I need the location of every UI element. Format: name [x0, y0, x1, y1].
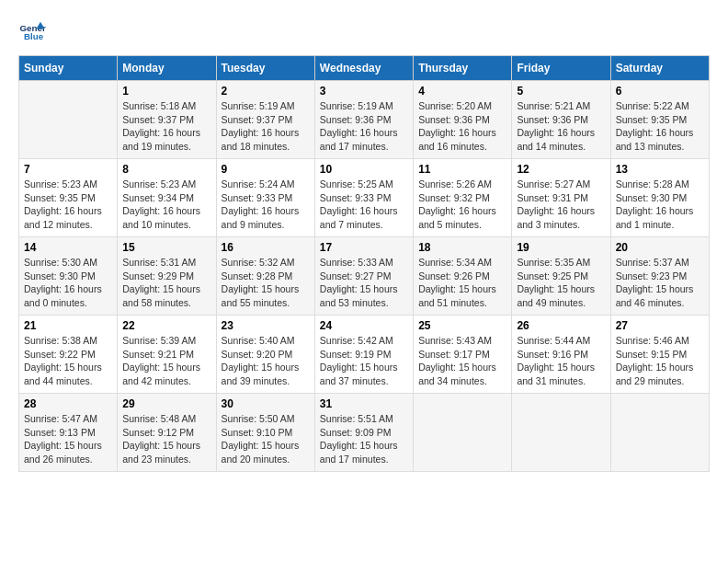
day-number: 12 — [517, 163, 605, 176]
calendar-cell — [610, 394, 709, 472]
day-info: Sunrise: 5:22 AM Sunset: 9:35 PM Dayligh… — [616, 99, 704, 154]
calendar-cell: 20Sunrise: 5:37 AM Sunset: 9:23 PM Dayli… — [610, 237, 709, 316]
day-info: Sunrise: 5:47 AM Sunset: 9:13 PM Dayligh… — [24, 412, 112, 466]
day-number: 8 — [122, 163, 210, 176]
week-row-1: 1Sunrise: 5:18 AM Sunset: 9:37 PM Daylig… — [19, 81, 710, 159]
week-row-2: 7Sunrise: 5:23 AM Sunset: 9:35 PM Daylig… — [19, 159, 710, 237]
day-info: Sunrise: 5:51 AM Sunset: 9:09 PM Dayligh… — [320, 412, 408, 466]
day-info: Sunrise: 5:31 AM Sunset: 9:29 PM Dayligh… — [122, 256, 210, 310]
calendar-cell: 10Sunrise: 5:25 AM Sunset: 9:33 PM Dayli… — [314, 159, 413, 237]
day-info: Sunrise: 5:26 AM Sunset: 9:32 PM Dayligh… — [418, 178, 506, 232]
day-number: 23 — [222, 319, 310, 332]
day-info: Sunrise: 5:21 AM Sunset: 9:36 PM Dayligh… — [517, 99, 605, 154]
calendar-cell: 23Sunrise: 5:40 AM Sunset: 9:20 PM Dayli… — [216, 316, 314, 394]
calendar-cell: 4Sunrise: 5:20 AM Sunset: 9:36 PM Daylig… — [414, 81, 512, 159]
day-info: Sunrise: 5:40 AM Sunset: 9:20 PM Dayligh… — [222, 334, 310, 388]
day-number: 7 — [24, 163, 112, 176]
day-number: 26 — [517, 319, 605, 332]
calendar-cell: 18Sunrise: 5:34 AM Sunset: 9:26 PM Dayli… — [414, 237, 512, 316]
day-number: 17 — [320, 241, 408, 254]
calendar-cell: 1Sunrise: 5:18 AM Sunset: 9:37 PM Daylig… — [118, 81, 216, 159]
day-number: 19 — [517, 241, 605, 254]
day-info: Sunrise: 5:18 AM Sunset: 9:37 PM Dayligh… — [122, 99, 210, 154]
day-info: Sunrise: 5:43 AM Sunset: 9:17 PM Dayligh… — [418, 334, 506, 388]
calendar-cell: 5Sunrise: 5:21 AM Sunset: 9:36 PM Daylig… — [512, 81, 610, 159]
day-number: 29 — [122, 397, 210, 410]
calendar-cell: 30Sunrise: 5:50 AM Sunset: 9:10 PM Dayli… — [216, 394, 314, 472]
week-row-4: 21Sunrise: 5:38 AM Sunset: 9:22 PM Dayli… — [19, 316, 710, 394]
calendar-cell: 25Sunrise: 5:43 AM Sunset: 9:17 PM Dayli… — [414, 316, 512, 394]
calendar-cell: 14Sunrise: 5:30 AM Sunset: 9:30 PM Dayli… — [19, 237, 118, 316]
calendar-cell: 7Sunrise: 5:23 AM Sunset: 9:35 PM Daylig… — [19, 159, 118, 237]
day-number: 15 — [122, 241, 210, 254]
page-header: General Blue — [18, 18, 710, 46]
calendar-cell: 8Sunrise: 5:23 AM Sunset: 9:34 PM Daylig… — [118, 159, 216, 237]
day-info: Sunrise: 5:38 AM Sunset: 9:22 PM Dayligh… — [24, 334, 112, 388]
day-info: Sunrise: 5:19 AM Sunset: 9:36 PM Dayligh… — [320, 99, 408, 154]
day-info: Sunrise: 5:33 AM Sunset: 9:27 PM Dayligh… — [320, 256, 408, 310]
day-number: 6 — [616, 85, 704, 98]
day-number: 1 — [122, 85, 210, 98]
calendar-cell: 27Sunrise: 5:46 AM Sunset: 9:15 PM Dayli… — [610, 316, 709, 394]
calendar-cell: 13Sunrise: 5:28 AM Sunset: 9:30 PM Dayli… — [610, 159, 709, 237]
calendar-cell: 22Sunrise: 5:39 AM Sunset: 9:21 PM Dayli… — [118, 316, 216, 394]
week-row-3: 14Sunrise: 5:30 AM Sunset: 9:30 PM Dayli… — [19, 237, 710, 316]
day-info: Sunrise: 5:27 AM Sunset: 9:31 PM Dayligh… — [517, 178, 605, 232]
calendar-cell: 21Sunrise: 5:38 AM Sunset: 9:22 PM Dayli… — [19, 316, 118, 394]
week-row-5: 28Sunrise: 5:47 AM Sunset: 9:13 PM Dayli… — [19, 394, 710, 472]
calendar-cell: 24Sunrise: 5:42 AM Sunset: 9:19 PM Dayli… — [314, 316, 413, 394]
day-info: Sunrise: 5:25 AM Sunset: 9:33 PM Dayligh… — [320, 178, 408, 232]
calendar-cell: 31Sunrise: 5:51 AM Sunset: 9:09 PM Dayli… — [314, 394, 413, 472]
day-info: Sunrise: 5:23 AM Sunset: 9:34 PM Dayligh… — [122, 178, 210, 232]
day-info: Sunrise: 5:42 AM Sunset: 9:19 PM Dayligh… — [320, 334, 408, 388]
header-sunday: Sunday — [19, 56, 118, 81]
day-info: Sunrise: 5:44 AM Sunset: 9:16 PM Dayligh… — [517, 334, 605, 388]
day-info: Sunrise: 5:48 AM Sunset: 9:12 PM Dayligh… — [122, 412, 210, 466]
calendar-cell: 12Sunrise: 5:27 AM Sunset: 9:31 PM Dayli… — [512, 159, 610, 237]
header-friday: Friday — [512, 56, 610, 81]
calendar-cell: 19Sunrise: 5:35 AM Sunset: 9:25 PM Dayli… — [512, 237, 610, 316]
calendar-cell — [512, 394, 610, 472]
day-info: Sunrise: 5:35 AM Sunset: 9:25 PM Dayligh… — [517, 256, 605, 310]
day-number: 21 — [24, 319, 112, 332]
day-number: 25 — [418, 319, 506, 332]
day-info: Sunrise: 5:30 AM Sunset: 9:30 PM Dayligh… — [24, 256, 112, 310]
day-info: Sunrise: 5:28 AM Sunset: 9:30 PM Dayligh… — [616, 178, 704, 232]
header-saturday: Saturday — [610, 56, 709, 81]
day-info: Sunrise: 5:39 AM Sunset: 9:21 PM Dayligh… — [122, 334, 210, 388]
day-number: 13 — [616, 163, 704, 176]
day-number: 16 — [222, 241, 310, 254]
day-number: 18 — [418, 241, 506, 254]
day-number: 27 — [616, 319, 704, 332]
day-number: 28 — [24, 397, 112, 410]
calendar-cell: 6Sunrise: 5:22 AM Sunset: 9:35 PM Daylig… — [610, 81, 709, 159]
day-number: 5 — [517, 85, 605, 98]
svg-text:Blue: Blue — [24, 31, 44, 41]
day-info: Sunrise: 5:19 AM Sunset: 9:37 PM Dayligh… — [222, 99, 310, 154]
day-number: 24 — [320, 319, 408, 332]
day-number: 30 — [222, 397, 310, 410]
calendar-cell: 29Sunrise: 5:48 AM Sunset: 9:12 PM Dayli… — [118, 394, 216, 472]
header-row: SundayMondayTuesdayWednesdayThursdayFrid… — [19, 56, 710, 81]
header-thursday: Thursday — [414, 56, 512, 81]
day-info: Sunrise: 5:20 AM Sunset: 9:36 PM Dayligh… — [418, 99, 506, 154]
day-number: 4 — [418, 85, 506, 98]
calendar-cell: 3Sunrise: 5:19 AM Sunset: 9:36 PM Daylig… — [314, 81, 413, 159]
calendar-cell: 9Sunrise: 5:24 AM Sunset: 9:33 PM Daylig… — [216, 159, 314, 237]
logo: General Blue — [18, 18, 46, 46]
calendar-cell — [19, 81, 118, 159]
day-number: 22 — [122, 319, 210, 332]
day-number: 31 — [320, 397, 408, 410]
calendar-cell: 2Sunrise: 5:19 AM Sunset: 9:37 PM Daylig… — [216, 81, 314, 159]
header-tuesday: Tuesday — [216, 56, 314, 81]
day-number: 2 — [222, 85, 310, 98]
header-monday: Monday — [118, 56, 216, 81]
day-number: 20 — [616, 241, 704, 254]
day-number: 14 — [24, 241, 112, 254]
calendar-cell: 28Sunrise: 5:47 AM Sunset: 9:13 PM Dayli… — [19, 394, 118, 472]
header-wednesday: Wednesday — [314, 56, 413, 81]
day-info: Sunrise: 5:23 AM Sunset: 9:35 PM Dayligh… — [24, 178, 112, 232]
day-info: Sunrise: 5:50 AM Sunset: 9:10 PM Dayligh… — [222, 412, 310, 466]
day-info: Sunrise: 5:34 AM Sunset: 9:26 PM Dayligh… — [418, 256, 506, 310]
calendar-cell: 26Sunrise: 5:44 AM Sunset: 9:16 PM Dayli… — [512, 316, 610, 394]
